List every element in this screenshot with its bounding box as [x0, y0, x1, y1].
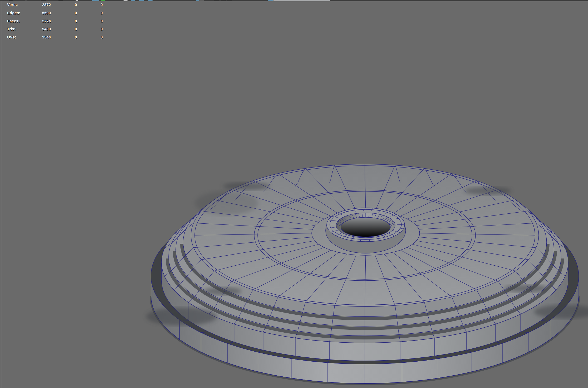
hud-total: 5400 — [40, 25, 51, 33]
heads-up-display-poly-count: Verts: 2872 0 0 Edges: 5590 0 0 Faces: 2… — [7, 1, 103, 41]
hud-row-verts: Verts: 2872 0 0 — [7, 1, 103, 9]
toolbar-icon-fragment[interactable] — [221, 0, 226, 1]
hud-other: 0 — [77, 33, 103, 41]
toolbar-icon-fragment-active[interactable] — [148, 0, 153, 1]
maya-viewport-window: Verts: 2872 0 0 Edges: 5590 0 0 Faces: 2… — [0, 0, 588, 388]
hud-selected: 0 — [51, 33, 77, 41]
center-socket[interactable] — [326, 208, 406, 253]
hud-selected: 0 — [51, 17, 77, 25]
hud-total: 2724 — [40, 17, 51, 25]
toolbar-icon-fragment[interactable] — [214, 0, 219, 1]
hud-label: Verts: — [7, 1, 40, 9]
toolbar-icon-fragment[interactable] — [124, 0, 128, 1]
toolbar-icon-fragment[interactable] — [199, 0, 204, 1]
hud-selected: 0 — [51, 1, 77, 9]
hud-selected: 0 — [51, 25, 77, 33]
hud-total: 5590 — [40, 9, 51, 17]
hud-row-uvs: UVs: 3544 0 0 — [7, 33, 103, 41]
hud-label: Edges: — [7, 9, 40, 17]
hud-other: 0 — [77, 9, 103, 17]
toolbar-icon-fragment-active[interactable] — [196, 0, 199, 1]
viewport-border — [2, 1, 2, 388]
toolbar-field-fragment[interactable] — [273, 0, 330, 1]
scene-3d-model[interactable] — [0, 0, 588, 388]
hud-row-faces: Faces: 2724 0 0 — [7, 17, 103, 25]
toolbar-icon-fragment-active[interactable] — [139, 0, 144, 1]
toolbar-icon-fragment-active[interactable] — [131, 0, 135, 1]
hud-row-tris: Tris: 5400 0 0 — [7, 25, 103, 33]
hud-label: UVs: — [7, 33, 40, 41]
hud-selected: 0 — [51, 9, 77, 17]
hud-row-edges: Edges: 5590 0 0 — [7, 9, 103, 17]
toolbar-icon-fragment-active[interactable] — [268, 0, 273, 1]
hud-other: 0 — [77, 1, 103, 9]
hud-other: 0 — [77, 17, 103, 25]
hud-label: Faces: — [7, 17, 40, 25]
hud-label: Tris: — [7, 25, 40, 33]
toolbar-icon-fragment[interactable] — [227, 0, 232, 1]
hud-other: 0 — [77, 25, 103, 33]
hud-total: 3544 — [40, 33, 51, 41]
hud-total: 2872 — [40, 1, 51, 9]
